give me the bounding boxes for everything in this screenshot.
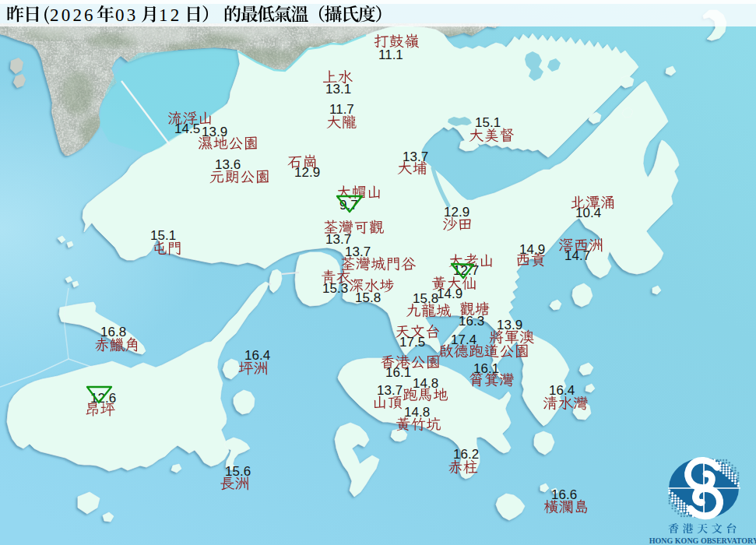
svg-text:2026: 2026 xyxy=(50,5,96,25)
svg-text:17.5: 17.5 xyxy=(399,335,425,350)
svg-text:12.9: 12.9 xyxy=(294,165,320,180)
svg-text:13.7: 13.7 xyxy=(403,149,428,164)
svg-text:16.4: 16.4 xyxy=(244,348,270,363)
svg-text:17.4: 17.4 xyxy=(451,332,476,347)
svg-text:10.4: 10.4 xyxy=(575,206,601,220)
svg-text:16.2: 16.2 xyxy=(453,447,479,462)
svg-text:16.4: 16.4 xyxy=(549,383,575,398)
svg-text:14.9: 14.9 xyxy=(437,287,462,301)
svg-text:15.6: 15.6 xyxy=(225,464,251,479)
svg-text:16.8: 16.8 xyxy=(100,325,126,339)
svg-text:13.7: 13.7 xyxy=(345,244,371,259)
svg-text:15.3: 15.3 xyxy=(322,281,348,296)
svg-text:16.3: 16.3 xyxy=(459,314,484,329)
svg-text:13.7: 13.7 xyxy=(377,383,403,398)
svg-text:12.9: 12.9 xyxy=(444,205,469,220)
svg-text:11.1: 11.1 xyxy=(378,47,403,62)
svg-text:13.1: 13.1 xyxy=(325,82,351,97)
svg-text:15.1: 15.1 xyxy=(475,115,501,130)
svg-text:12: 12 xyxy=(159,5,181,25)
svg-text:16.6: 16.6 xyxy=(551,487,577,502)
svg-text:15.8: 15.8 xyxy=(355,290,381,305)
svg-text:16.1: 16.1 xyxy=(385,365,411,380)
svg-text:15.1: 15.1 xyxy=(150,228,176,243)
svg-text:14.9: 14.9 xyxy=(519,242,545,257)
svg-text:15.8: 15.8 xyxy=(413,291,438,306)
svg-text:13.9: 13.9 xyxy=(497,318,522,332)
svg-text:14.5: 14.5 xyxy=(174,121,200,136)
svg-text:14.8: 14.8 xyxy=(404,405,430,420)
svg-text:14.8: 14.8 xyxy=(413,376,438,391)
svg-text:16.1: 16.1 xyxy=(473,361,499,376)
svg-text:HONG KONG OBSERVATORY: HONG KONG OBSERVATORY xyxy=(649,536,756,545)
svg-text:13.9: 13.9 xyxy=(202,125,227,139)
svg-text:14.7: 14.7 xyxy=(564,248,590,263)
svg-text:03: 03 xyxy=(115,5,138,25)
svg-text:13.6: 13.6 xyxy=(215,157,241,172)
svg-text:11.7: 11.7 xyxy=(329,102,354,117)
